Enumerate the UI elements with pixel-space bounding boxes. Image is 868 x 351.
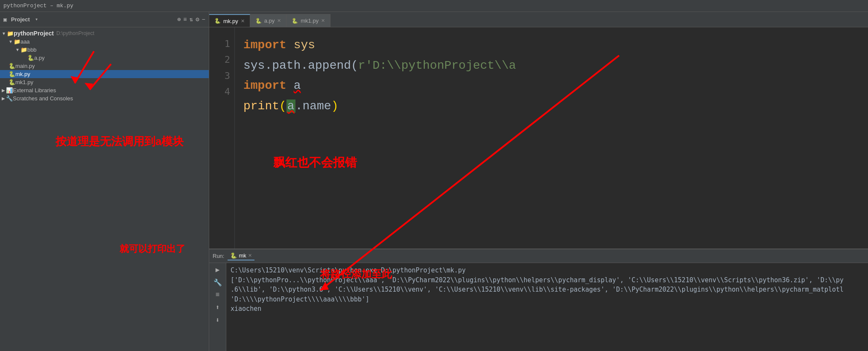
- code-line-2: sys.path.append(r'D:\\pythonProject\\a: [243, 56, 859, 76]
- kw-import-3: import: [243, 79, 286, 92]
- run-tool1-icon[interactable]: 🔧: [213, 278, 222, 287]
- module-a: a: [294, 79, 301, 92]
- tab-mkpy[interactable]: 🐍 mk.py ✕: [209, 14, 250, 27]
- settings-icon[interactable]: ⚙: [196, 16, 199, 23]
- run-output-line-3: 'D:\\\\pythonProject\\\\aaa\\\\bbb']: [231, 295, 864, 304]
- expand-arrow-extlibs: ▶: [2, 88, 5, 93]
- tab-close-mk1py[interactable]: ✕: [321, 18, 325, 23]
- tree-item-mk1py[interactable]: 🐍 mk1.py: [0, 78, 209, 86]
- code-line-1: import sys: [243, 35, 859, 56]
- func-print: print: [243, 99, 279, 113]
- run-output: C:\Users\15210\venv\Scripts\python.exe D…: [226, 263, 868, 351]
- py-file-icon-mk1py: 🐍: [9, 79, 15, 85]
- run-output-line-4: xiaochen: [231, 304, 864, 314]
- tree-label-aaa: aaa: [20, 38, 30, 45]
- run-label: Run:: [213, 253, 224, 259]
- run-content-area: ▶ 🔧 ≡ ⬆ ⬇ C:\Users\15210\venv\Scripts\py…: [209, 263, 868, 351]
- tab-mk1py[interactable]: 🐍 mk1.py ✕: [286, 14, 330, 27]
- rstring: r'D:\\pythonProject\\a: [358, 59, 516, 72]
- tree-item-extlibs[interactable]: ▶ 📊 External Libraries: [0, 86, 209, 94]
- run-play-icon[interactable]: ▶: [216, 266, 220, 274]
- expand-arrow-aaa: ▼: [9, 39, 13, 44]
- code-editor[interactable]: 1 2 3 4 import sys sys.path.append(r'D:\…: [209, 27, 868, 249]
- tab-label-apy: a.py: [264, 18, 275, 24]
- run-output-line-2: .6\\lib', 'D:\\python3.6', 'C:\\Users\\1…: [231, 285, 864, 295]
- tree-item-mainpy[interactable]: 🐍 main.py: [0, 62, 209, 70]
- py-file-icon-mkpy: 🐍: [9, 71, 15, 77]
- expand-arrow-scratches: ▶: [2, 96, 5, 101]
- sort-icon[interactable]: ⇅: [190, 16, 193, 23]
- tree-label-mainpy: main.py: [15, 63, 35, 69]
- sidebar-toolbar: ⊕ ≡ ⇅ ⚙ −: [177, 16, 205, 23]
- bottom-panel: Run: 🐍 mk ✕ ▶ 🔧 ≡ ⬆ ⬇ C:\Users\15210\ven…: [209, 249, 868, 351]
- dot-name: .name: [295, 99, 331, 113]
- collapse-icon[interactable]: ≡: [183, 16, 187, 23]
- scratches-icon: 🔧: [6, 95, 13, 102]
- tree-label-mk1py: mk1.py: [15, 79, 33, 85]
- tree-item-scratches[interactable]: ▶ 🔧 Scratches and Consoles: [0, 94, 209, 102]
- minimize-icon[interactable]: −: [202, 16, 205, 23]
- open-paren: (: [279, 99, 286, 113]
- tree-label-pythonproject: pythonProject: [14, 30, 54, 37]
- expand-arrow: ▼: [2, 31, 6, 36]
- tree-label-scratches: Scratches and Consoles: [13, 95, 73, 102]
- tree-label-extlibs: External Libraries: [13, 87, 56, 94]
- tree-item-root[interactable]: ▼ 📁 pythonProject D:\pythonProject: [0, 29, 209, 38]
- tab-icon-apy: 🐍: [255, 18, 262, 24]
- tree-item-bbb[interactable]: ▼ 📁 bbb: [0, 46, 209, 54]
- sidebar: ▣ Project ▾ ⊕ ≡ ⇅ ⚙ − ▼ 📁 pythonProject …: [0, 12, 209, 351]
- tab-icon-mk1py: 🐍: [292, 18, 298, 24]
- run-tab-label: mk: [239, 252, 246, 259]
- extlib-icon: 📊: [6, 87, 13, 94]
- tab-label-mk1py: mk1.py: [301, 18, 319, 24]
- tree-path: D:\pythonProject: [56, 30, 94, 36]
- sidebar-header: ▣ Project ▾ ⊕ ≡ ⇅ ⚙ −: [0, 12, 209, 27]
- right-panel: 🐍 mk.py ✕ 🐍 a.py ✕ 🐍 mk1.py ✕ 1 2 3 4: [209, 12, 868, 351]
- kw-import-1: import: [243, 38, 286, 52]
- locate-icon[interactable]: ⊕: [177, 16, 181, 23]
- run-output-line-0: C:\Users\15210\venv\Scripts\python.exe D…: [231, 266, 864, 275]
- code-line-3: import a: [243, 76, 859, 96]
- tab-icon-mkpy: 🐍: [214, 18, 221, 24]
- folder-icon-bbb: 📁: [20, 47, 27, 53]
- py-file-icon-mainpy: 🐍: [9, 63, 15, 69]
- tree-item-apy[interactable]: 🐍 a.py: [0, 54, 209, 62]
- tab-apy[interactable]: 🐍 a.py ✕: [250, 14, 287, 27]
- line-num-1: 1: [213, 36, 230, 52]
- tab-close-mkpy[interactable]: ✕: [241, 18, 245, 24]
- line-num-3: 3: [213, 68, 230, 84]
- tree-item-aaa[interactable]: ▼ 📁 aaa: [0, 38, 209, 46]
- run-output-line-1: ['D:\\pythonPro...\\pythonProject\\aaa',…: [231, 275, 864, 285]
- title-bar: pythonProject – mk.py: [0, 0, 868, 12]
- py-file-icon-apy: 🐍: [27, 55, 34, 61]
- run-sidebar-icons: ▶ 🔧 ≡ ⬆ ⬇: [209, 263, 226, 351]
- main-layout: ▣ Project ▾ ⊕ ≡ ⇅ ⚙ − ▼ 📁 pythonProject …: [0, 12, 868, 351]
- tab-label-mkpy: mk.py: [223, 18, 238, 24]
- run-tab-close[interactable]: ✕: [248, 253, 252, 258]
- line-numbers: 1 2 3 4: [209, 27, 235, 249]
- line-num-2: 2: [213, 52, 230, 67]
- folder-icon-aaa: 📁: [14, 38, 20, 45]
- run-tabs-bar: Run: 🐍 mk ✕: [209, 249, 868, 263]
- tree-label-bbb: bbb: [27, 47, 37, 53]
- folder-icon: ▣: [3, 16, 7, 23]
- code-line-4: print(a.name): [243, 96, 859, 117]
- tabs-bar: 🐍 mk.py ✕ 🐍 a.py ✕ 🐍 mk1.py ✕: [209, 12, 868, 27]
- run-tool4-icon[interactable]: ⬇: [216, 316, 220, 325]
- title-text: pythonProject – mk.py: [3, 3, 73, 9]
- expand-arrow-bbb: ▼: [15, 47, 20, 52]
- tree-label-mkpy: mk.py: [15, 71, 30, 77]
- a-ref: a: [286, 99, 295, 113]
- run-tool3-icon[interactable]: ⬆: [216, 303, 220, 312]
- run-tool2-icon[interactable]: ≡: [216, 291, 220, 299]
- tree-label-apy: a.py: [34, 55, 45, 61]
- sidebar-title: Project: [11, 16, 30, 23]
- run-tab-mk[interactable]: 🐍 mk ✕: [228, 252, 254, 260]
- tree-item-mkpy[interactable]: 🐍 mk.py: [0, 70, 209, 78]
- sys-name: sys: [294, 38, 315, 52]
- dropdown-icon[interactable]: ▾: [35, 16, 38, 23]
- project-tree: ▼ 📁 pythonProject D:\pythonProject ▼ 📁 a…: [0, 27, 209, 351]
- code-content[interactable]: import sys sys.path.append(r'D:\\pythonP…: [235, 27, 868, 249]
- tab-close-apy[interactable]: ✕: [277, 18, 281, 23]
- syspath: sys.path.append(: [243, 59, 358, 72]
